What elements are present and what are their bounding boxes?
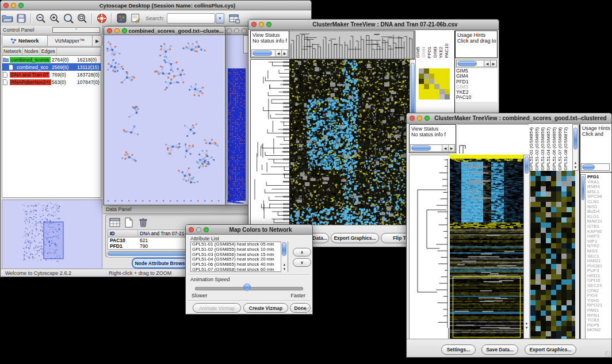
zoom-button[interactable]	[242, 28, 247, 33]
settings-button[interactable]: Settings...	[441, 344, 476, 355]
scrollbar-thumb[interactable]	[582, 176, 584, 200]
scrollbar-thumb[interactable]	[253, 51, 272, 56]
dialog-titlebar[interactable]: Map Colors to Network	[186, 225, 312, 235]
save-data-button[interactable]: Save Data...	[481, 344, 518, 355]
scroll-right-icon[interactable]: ▶	[281, 50, 288, 56]
scroll-right-icon[interactable]: ▶	[448, 145, 454, 151]
close-button[interactable]	[3, 3, 9, 8]
tab-vizmapper[interactable]: VizMapper™	[48, 36, 93, 46]
tab-overflow-arrow[interactable]: ▶	[93, 36, 102, 46]
heatmap-vscrollbar[interactable]: ▲ ▼	[523, 155, 530, 339]
zoom-button[interactable]	[424, 116, 430, 121]
close-button[interactable]	[251, 22, 257, 27]
scroll-down-icon[interactable]: ▼	[281, 267, 288, 271]
scroll-up-icon[interactable]: ▲	[281, 262, 288, 267]
column-dendrogram[interactable]	[289, 30, 414, 59]
scrollbar-thumb[interactable]	[573, 128, 577, 150]
vizmapper-icon[interactable]	[114, 12, 128, 25]
scroll-left-icon[interactable]: ◀	[442, 145, 448, 151]
close-button[interactable]	[189, 227, 194, 232]
resize-grip[interactable]	[605, 351, 611, 357]
resize-grip[interactable]	[305, 307, 312, 313]
slider-thumb[interactable]	[243, 283, 251, 291]
scroll-up-icon[interactable]: ▲	[524, 321, 529, 325]
column-label[interactable]: GIM5	[415, 47, 421, 58]
scroll-left-icon[interactable]: ◀	[484, 60, 490, 67]
minimize-button[interactable]	[259, 22, 264, 27]
zoom-out-icon[interactable]	[34, 12, 48, 25]
zoom-in-icon[interactable]	[48, 12, 62, 25]
list-vscrollbar[interactable]: ▲ ▼	[281, 242, 288, 272]
tv1-titlebar[interactable]: ClusterMaker TreeView : DNA and Tran 07-…	[248, 20, 499, 30]
zoom-fit-icon[interactable]	[75, 12, 89, 25]
minimize-button[interactable]	[11, 3, 16, 8]
column-label[interactable]: PFD1	[427, 47, 433, 58]
float-panel-icon[interactable]: ↗	[52, 27, 101, 33]
scroll-up-icon[interactable]: ▲	[573, 160, 578, 165]
minimize-button[interactable]	[417, 116, 422, 121]
scroll-left-icon[interactable]: ◀	[275, 50, 281, 56]
mini-heatmap[interactable]	[419, 68, 450, 99]
tab-network[interactable]: Network	[2, 36, 48, 46]
export-graphics-button[interactable]: Export Graphics...	[525, 344, 576, 355]
network-canvas-matrix[interactable]	[224, 35, 247, 205]
network-canvas[interactable]	[104, 35, 224, 205]
view-status-hscrollbar[interactable]: ◀ ▶	[251, 49, 288, 57]
minimize-button[interactable]	[114, 28, 120, 33]
move-up-button[interactable]: ∧	[293, 248, 311, 256]
column-label[interactable]: GPL51-06 (GSM865)	[552, 127, 557, 171]
column-label[interactable]: PAC10	[444, 44, 450, 58]
table-icon[interactable]	[109, 217, 120, 228]
zoom-button[interactable]	[122, 28, 127, 33]
column-label[interactable]: GPL51-04 (GSM857)	[546, 127, 552, 171]
close-button[interactable]	[410, 116, 415, 121]
tv2-titlebar[interactable]: ClusterMaker TreeView : combined_scores_…	[407, 113, 611, 124]
column-label[interactable]: GIM4	[421, 47, 427, 58]
usage-hints-hscrollbar[interactable]	[581, 163, 610, 171]
column-header-id[interactable]: ID	[108, 230, 138, 237]
birdseye-view[interactable]	[2, 200, 102, 269]
create-vizmap-button[interactable]: Create Vizmap	[243, 303, 288, 313]
minimize-button[interactable]	[234, 28, 239, 33]
help-lifering-icon[interactable]	[95, 12, 109, 25]
net1-titlebar[interactable]: combined_scores_good.txt--cluste...	[104, 26, 225, 35]
attribute-browser-icon[interactable]	[227, 12, 241, 25]
search-input[interactable]	[167, 13, 215, 24]
row-dendrogram[interactable]	[250, 59, 290, 226]
close-button[interactable]	[107, 28, 112, 33]
column-label[interactable]: YKE2	[438, 47, 444, 58]
row-label[interactable]: PAC10	[455, 95, 498, 100]
view-status-hscrollbar[interactable]: ◀ ▶	[410, 144, 455, 152]
zoom-heatmap[interactable]	[530, 171, 575, 339]
new-document-icon[interactable]	[123, 217, 135, 228]
scrollbar-thumb[interactable]	[525, 156, 529, 174]
zoom-button[interactable]	[204, 227, 209, 232]
zoom-button[interactable]	[266, 22, 271, 27]
delete-icon[interactable]	[137, 217, 149, 228]
zoom-selected-icon[interactable]	[62, 12, 75, 25]
net2-titlebar[interactable]	[224, 26, 248, 35]
network-row[interactable]: RNAPuberNov2+| 563(0) 107847(0)	[2, 78, 101, 86]
scroll-down-icon[interactable]: ▼	[524, 325, 529, 330]
scroll-right-icon[interactable]: ▶	[490, 60, 496, 67]
column-label[interactable]: GPL51-07 (GSM868)	[557, 127, 563, 171]
close-button[interactable]	[227, 28, 232, 33]
minimize-button[interactable]	[196, 227, 201, 232]
scrollbar-thumb[interactable]	[457, 61, 477, 66]
node-attribute-browser-button[interactable]: Node Attribute Brows	[132, 258, 188, 269]
gene-label[interactable]: MON2	[586, 328, 611, 333]
column-label[interactable]: GPL51-02 (GSM855)	[534, 127, 540, 171]
scrollbar-thumb[interactable]	[582, 164, 595, 170]
zoom-button[interactable]	[18, 3, 24, 8]
network-row[interactable]: combined_scores 2764(0) 16218(0)	[2, 56, 101, 63]
main-titlebar[interactable]: Cytoscape Desktop (Session Name: collins…	[1, 1, 311, 10]
attribute-item[interactable]: GPL51-07 (GSM868) heat shock 60 min	[191, 267, 288, 272]
column-label[interactable]: GPL51-03 (GSM856)	[540, 127, 546, 171]
network-row[interactable]: DNA and Tran 07 769(0) 183728(0)	[2, 71, 101, 78]
column-dendrogram-area[interactable]	[457, 124, 529, 155]
move-down-button[interactable]: ∨	[293, 258, 311, 267]
save-icon[interactable]	[14, 12, 28, 25]
column-header[interactable]: Network	[2, 48, 23, 55]
scrollbar-thumb[interactable]	[411, 145, 431, 151]
column-header[interactable]: Nodes	[23, 48, 40, 55]
